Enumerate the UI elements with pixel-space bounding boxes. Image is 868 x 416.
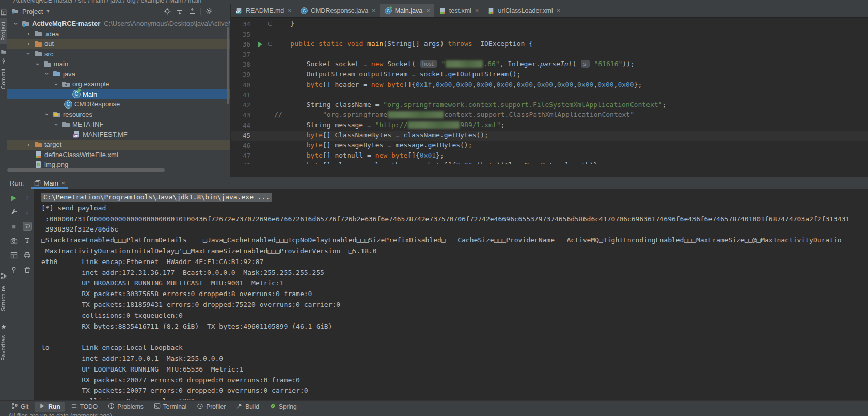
tree-item-label: java	[63, 70, 75, 78]
tree-item-defineclasswritefile-xml[interactable]: defineClassWriteFile.xml	[7, 150, 230, 160]
run-toolbar-primary: ▶■	[7, 189, 21, 400]
hyperlink-text: http://	[380, 121, 408, 129]
tab-main-java[interactable]: Main.java×	[380, 4, 434, 17]
stripe-item-project[interactable]: Project	[0, 18, 7, 44]
tree-item-manifest-mf[interactable]: MANIFEST.MF	[7, 130, 230, 140]
scroll-to-end-button[interactable]	[23, 236, 32, 245]
toolwindow-button-build[interactable]: Build	[232, 402, 263, 412]
tree-item-meta-inf[interactable]: ›META-INF	[7, 119, 230, 130]
close-icon[interactable]: ×	[288, 7, 292, 14]
toolwindow-button-profiler[interactable]: Profiler	[193, 402, 230, 412]
toolwindow-button-spring[interactable]: Spring	[265, 402, 301, 412]
console-line: [*] send payload	[41, 203, 868, 214]
close-icon[interactable]: ×	[372, 7, 376, 14]
chevron-expanded-icon[interactable]: ›	[12, 21, 20, 26]
stripe-item-favorites[interactable]: Favorites	[0, 332, 7, 364]
settings-gear-button[interactable]	[205, 7, 213, 16]
fold-icon[interactable]	[268, 42, 272, 46]
chevron-collapsed-icon[interactable]: ›	[26, 30, 31, 37]
gutter	[250, 30, 274, 40]
structure-icon[interactable]	[1, 273, 7, 279]
project-tool-icon[interactable]	[1, 9, 7, 16]
run-tab-label: Main	[43, 179, 58, 187]
tab-cmdresponse-java[interactable]: CMDResponse.java×	[296, 4, 380, 17]
folder-icon[interactable]	[1, 49, 7, 55]
project-horizontal-scrollbar[interactable]	[7, 168, 165, 172]
code-text: // "org.springframecontext.support.Class…	[274, 111, 634, 121]
toolwindow-button-run[interactable]: Run	[35, 402, 64, 412]
tree-item-src[interactable]: ›src	[7, 49, 230, 59]
tree-item-resources[interactable]: ›resources	[7, 110, 230, 120]
tree-item--idea[interactable]: ›.idea	[7, 29, 230, 39]
up-stack-trace-button[interactable]: ↑	[23, 193, 32, 202]
tree-item-main[interactable]: ›main	[7, 59, 230, 69]
fold-icon[interactable]	[268, 22, 272, 26]
run-line-icon[interactable]	[258, 41, 262, 48]
expand-all-button[interactable]	[176, 7, 184, 16]
chevron-expanded-icon[interactable]: ›	[34, 61, 41, 67]
chevron-expanded-icon[interactable]: ›	[43, 112, 51, 117]
clear-all-button[interactable]	[23, 265, 32, 274]
code-line-36: 36 public static void main(String[] args…	[231, 40, 868, 50]
file-xml-icon	[439, 7, 446, 14]
tree-item-activemqrce-master[interactable]: ›ActiveMqRCE-masterC:\Users\Anonymous\De…	[7, 19, 230, 29]
tab-urlclassloader-xml[interactable]: urlClassLoader.xml×	[483, 4, 564, 17]
project-vertical-scrollbar[interactable]	[227, 27, 229, 104]
tab-test-xml[interactable]: test.xml×	[434, 4, 483, 17]
pin-tab-button[interactable]	[9, 265, 19, 274]
gutter	[250, 60, 274, 70]
soft-wrap-toggle[interactable]	[23, 222, 32, 231]
toolwindow-button-problems[interactable]: Problems	[104, 402, 148, 412]
stop-button[interactable]: ■	[9, 222, 19, 231]
collapse-all-button[interactable]	[188, 7, 196, 16]
toolwindow-button-git[interactable]: Git	[7, 402, 33, 412]
star-icon[interactable]	[1, 323, 7, 330]
chevron-expanded-icon[interactable]: ›	[53, 122, 60, 127]
run-console-output[interactable]: C:\Penetration\ProgramTools\Java\jdk1.8\…	[34, 189, 868, 400]
project-panel-title[interactable]: Project	[22, 8, 43, 16]
close-icon[interactable]: ×	[61, 179, 66, 187]
down-stack-trace-button[interactable]: ↓	[23, 207, 32, 217]
chevron-collapsed-icon[interactable]: ›	[26, 141, 31, 148]
close-icon[interactable]: ×	[426, 7, 430, 14]
locate-file-button[interactable]	[163, 7, 171, 16]
chevron-expanded-icon[interactable]: ›	[53, 82, 60, 87]
chevron-collapsed-icon[interactable]: ›	[26, 40, 31, 48]
gutter	[250, 50, 274, 60]
rerun-button[interactable]: ▶	[9, 193, 19, 202]
dump-threads-button[interactable]	[9, 236, 19, 245]
console-line: □StackTraceEnabled□□□PlatformDetails □Ja…	[41, 235, 868, 246]
toolwindow-button-label: Profiler	[206, 403, 226, 410]
stripe-item-structure[interactable]: Structure	[0, 282, 7, 314]
toolwindow-button-label: Build	[245, 403, 259, 410]
tree-item-out[interactable]: ›out	[7, 39, 230, 49]
close-icon[interactable]: ×	[475, 7, 479, 14]
status-bar: All files are up-to-date (moments ago)	[0, 412, 868, 416]
gutter	[250, 161, 274, 164]
chevron-expanded-icon[interactable]: ›	[43, 71, 51, 76]
settings-wrench-button[interactable]	[9, 207, 19, 217]
stripe-item-commit[interactable]: Commit	[0, 66, 7, 92]
redacted-text	[388, 111, 444, 118]
run-tab-main[interactable]: Main ×	[31, 177, 68, 189]
tree-item-target[interactable]: ›target	[7, 140, 230, 150]
close-icon[interactable]: ×	[557, 7, 561, 14]
folder-resources-icon	[53, 110, 61, 118]
code-editor[interactable]: 34 }3536 public static void main(String[…	[231, 18, 868, 164]
hide-panel-button[interactable]: —	[217, 7, 226, 16]
tree-item-cmdresponse[interactable]: CMDResponse	[7, 99, 230, 110]
print-button[interactable]	[23, 251, 32, 260]
toolwindow-button-terminal[interactable]: Terminal	[150, 402, 191, 412]
breadcrumb[interactable]: ActiveMqRCE-master / src / main / java /…	[0, 0, 868, 4]
tree-item-main[interactable]: Main	[7, 89, 230, 100]
chevron-down-icon[interactable]: ▼	[45, 9, 50, 14]
tab-readme-md[interactable]: README.md×	[231, 4, 296, 17]
commit-icon[interactable]	[1, 58, 7, 64]
restore-layout-button[interactable]	[9, 251, 19, 260]
toolwindow-button-todo[interactable]: TODO	[67, 402, 102, 412]
tree-item-org-example[interactable]: ›org.example	[7, 79, 230, 89]
line-number: 39	[231, 70, 250, 81]
redacted-text	[446, 60, 483, 67]
tree-item-java[interactable]: ›java	[7, 69, 230, 80]
chevron-expanded-icon[interactable]: ›	[25, 51, 32, 56]
